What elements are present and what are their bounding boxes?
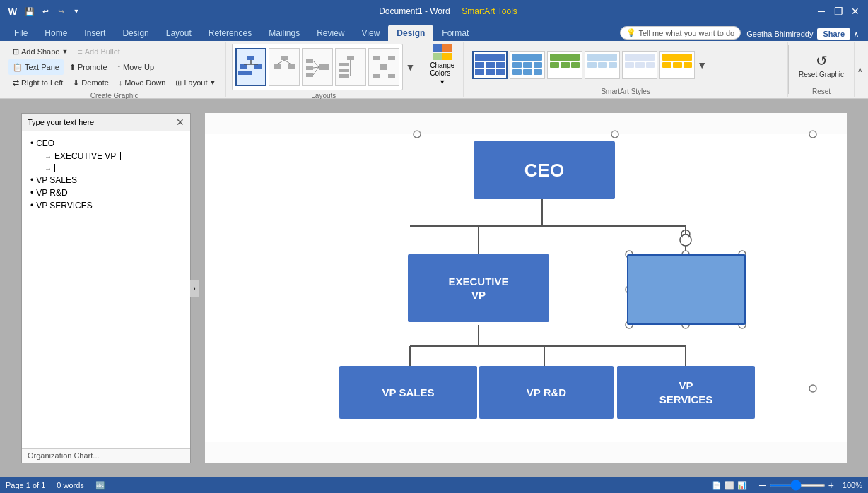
svg-rect-49 — [598, 62, 607, 68]
title-bar-center: Document1 - Word SmartArt Tools — [82, 6, 814, 16]
pane-item-empty[interactable]: → — [28, 162, 184, 174]
svg-rect-24 — [380, 64, 387, 70]
sa-thumb-4[interactable] — [585, 51, 620, 79]
right-to-left-btn[interactable]: ⇄ Right to Left — [8, 75, 67, 90]
save-icon[interactable]: 💾 — [24, 6, 35, 17]
svg-rect-6 — [245, 71, 252, 75]
pane-item-vprd[interactable]: • VP R&D — [28, 186, 184, 199]
svg-rect-46 — [571, 62, 580, 68]
arrow-empty: → — [45, 165, 52, 172]
restore-btn[interactable]: ❐ — [831, 4, 845, 18]
zoom-slider[interactable] — [769, 484, 826, 487]
promote-icon: ⬆ — [69, 63, 76, 72]
tab-insert[interactable]: Insert — [76, 25, 114, 41]
word-logo-icon: W — [6, 4, 20, 18]
svg-rect-15 — [319, 64, 329, 70]
promote-btn[interactable]: ⬆ Promote — [65, 59, 112, 75]
add-bullet-btn[interactable]: ≡ Add Bullet — [74, 44, 124, 59]
layout-thumb-1[interactable] — [235, 48, 266, 86]
tab-file[interactable]: File — [6, 25, 36, 41]
svg-rect-25 — [373, 56, 380, 60]
label-vpsales: VP SALES — [36, 175, 77, 185]
demote-btn[interactable]: ⬇ Demote — [69, 75, 113, 90]
svg-rect-53 — [635, 62, 645, 68]
tell-me-box[interactable]: 💡 Tell me what you want to do — [620, 26, 741, 40]
quick-access-dropdown-icon[interactable]: ▼ — [71, 6, 82, 17]
layouts-expand-icon[interactable]: ▼ — [405, 61, 415, 73]
smartart-styles-group: ▼ SmartArt Styles — [464, 42, 788, 97]
add-shape-btn[interactable]: ⊞ Add Shape ▼ — [8, 44, 72, 59]
user-area: Geetha Bhimireddy Share — [746, 28, 850, 40]
ribbon-collapse-icon[interactable]: ∧ — [857, 66, 862, 73]
collapse-ribbon-btn[interactable]: ∧ — [850, 30, 862, 40]
pane-item-vpservices[interactable]: • VP SERVICES — [28, 199, 184, 212]
vp-rd-box[interactable]: VP R&D — [479, 366, 614, 419]
ribbon-body: ⊞ Add Shape ▼ ≡ Add Bullet 📋 Text Pane ⬆… — [0, 41, 868, 99]
vp-services-box[interactable]: VPSERVICES — [617, 366, 755, 419]
text-pane-body: • CEO → EXECUTIVE VP → • VP SALES • — [22, 131, 190, 448]
reset-graphic-btn[interactable]: ↺ Reset Graphic — [794, 49, 848, 81]
svg-line-16 — [313, 61, 319, 67]
pane-item-evp[interactable]: → EXECUTIVE VP — [28, 150, 184, 162]
text-pane-close-btn[interactable]: ✕ — [176, 117, 184, 128]
close-btn[interactable]: ✕ — [848, 4, 862, 18]
view-icon-1[interactable]: 📄 — [712, 481, 722, 490]
text-pane-btn[interactable]: 📋 Text Pane — [8, 59, 64, 75]
sa-thumb-2[interactable] — [510, 51, 545, 79]
rtl-icon: ⇄ — [13, 78, 19, 88]
zoom-in-btn[interactable]: + — [828, 480, 834, 491]
view-icon-3[interactable]: 📊 — [737, 481, 747, 490]
tab-smart-format[interactable]: Format — [433, 25, 477, 41]
zoom-out-btn[interactable]: ─ — [759, 480, 766, 491]
tab-mailings[interactable]: Mailings — [260, 25, 308, 41]
status-left: Page 1 of 1 0 words 🔤 — [6, 481, 105, 490]
sa-thumb-5[interactable] — [622, 51, 657, 79]
executive-vp-box[interactable]: EXECUTIVEVP — [408, 254, 549, 322]
svg-rect-43 — [550, 54, 580, 61]
text-pane-collapse-btn[interactable]: › — [190, 280, 199, 297]
redo-icon[interactable]: ↪ — [55, 6, 66, 17]
change-colors-btn[interactable]: ChangeColors ▼ — [427, 42, 457, 88]
layout-thumb-3[interactable] — [302, 48, 333, 86]
svg-rect-35 — [496, 69, 505, 75]
smartart-styles-expand-icon[interactable]: ▼ — [697, 59, 707, 71]
svg-rect-28 — [388, 74, 395, 78]
vp-sales-box[interactable]: VP SALES — [339, 366, 477, 419]
layout-btn[interactable]: ⊞ Layout ▼ — [171, 75, 220, 90]
svg-rect-39 — [534, 62, 542, 68]
sa-thumb-6[interactable] — [659, 51, 695, 79]
svg-rect-22 — [339, 69, 349, 72]
demote-icon: ⬇ — [73, 78, 79, 88]
pane-item-vpsales[interactable]: • VP SALES — [28, 174, 184, 186]
footer-label: Organization Chart... — [28, 451, 100, 460]
pane-item-ceo[interactable]: • CEO — [28, 137, 184, 150]
move-up-btn[interactable]: ↑ Move Up — [113, 59, 159, 75]
sa-thumb-1[interactable] — [472, 51, 508, 79]
move-up-icon: ↑ — [117, 63, 122, 71]
document-area: Type your text here ✕ • CEO → EXECUTIVE … — [0, 99, 868, 477]
tab-home[interactable]: Home — [36, 25, 76, 41]
text-pane: Type your text here ✕ • CEO → EXECUTIVE … — [21, 113, 191, 463]
layout-thumb-4[interactable] — [335, 48, 366, 86]
svg-rect-48 — [587, 62, 597, 68]
page-info: Page 1 of 1 — [6, 481, 45, 489]
undo-icon[interactable]: ↩ — [40, 6, 51, 17]
tab-view[interactable]: View — [353, 25, 389, 41]
share-button[interactable]: Share — [817, 28, 850, 40]
sa-thumb-3[interactable] — [547, 51, 582, 79]
svg-rect-45 — [561, 62, 570, 68]
tab-smart-design[interactable]: Design — [388, 25, 433, 41]
tab-review[interactable]: Review — [308, 25, 353, 41]
ceo-box[interactable]: CEO — [474, 141, 615, 199]
tab-layout[interactable]: Layout — [158, 25, 200, 41]
smartart-styles-label: SmartArt Styles — [469, 86, 782, 95]
view-icon-2[interactable]: ⬜ — [725, 481, 734, 490]
selected-box[interactable] — [627, 254, 746, 325]
move-down-btn[interactable]: ↓ Move Down — [115, 75, 170, 90]
minimize-btn[interactable]: ─ — [814, 4, 828, 18]
tab-references[interactable]: References — [200, 25, 260, 41]
tab-design[interactable]: Design — [114, 25, 157, 41]
svg-rect-19 — [347, 56, 354, 60]
layout-thumb-5[interactable] — [368, 48, 399, 86]
layout-thumb-2[interactable] — [269, 48, 300, 86]
